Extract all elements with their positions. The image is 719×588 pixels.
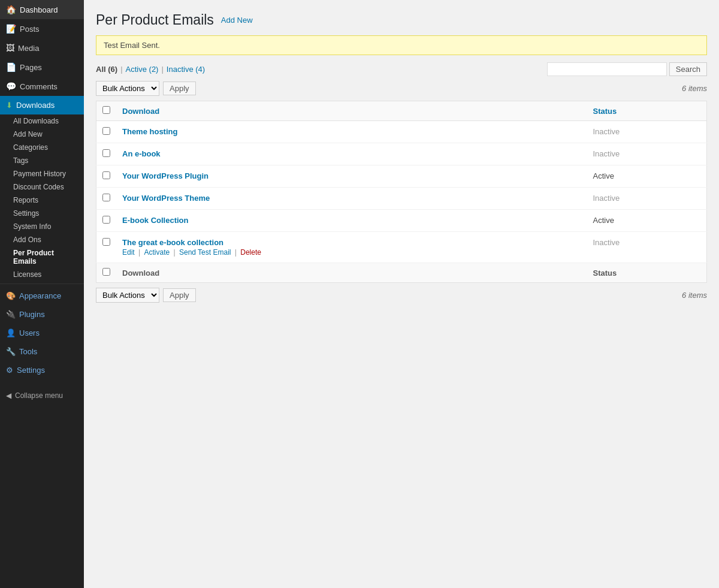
users-icon: 👤 <box>6 328 16 337</box>
status-badge: Inactive <box>593 194 620 203</box>
row-checkbox[interactable] <box>102 171 110 179</box>
media-icon: 🖼 <box>6 43 14 53</box>
page-header: Per Product Emails Add New <box>96 12 707 28</box>
sidebar-subitem-per-product-emails[interactable]: Per Product Emails <box>0 246 84 268</box>
row-action-sep: | <box>232 248 238 257</box>
page-title: Per Product Emails <box>96 12 214 28</box>
sidebar-item-downloads[interactable]: ⬇ Downloads <box>0 96 84 114</box>
col-header-checkbox <box>96 101 117 121</box>
posts-icon: 📝 <box>6 24 16 34</box>
sidebar-subitem-discount-codes[interactable]: Discount Codes <box>0 180 84 194</box>
bulk-actions-select-top[interactable]: Bulk Actions <box>96 81 159 96</box>
apply-button-top[interactable]: Apply <box>163 82 196 95</box>
row-checkbox[interactable] <box>102 127 110 135</box>
sidebar-item-plugins[interactable]: 🔌 Plugins <box>0 305 84 324</box>
items-count-bottom: 6 items <box>682 291 707 300</box>
top-actions-bar: Bulk Actions Apply 6 items <box>96 81 707 96</box>
apply-button-bottom[interactable]: Apply <box>163 288 196 302</box>
table-row: The great e-book collectionEdit | Activa… <box>96 232 707 263</box>
row-action-send-test-email[interactable]: Send Test Email <box>179 248 231 257</box>
downloads-table: Download Status Theme hostingInactiveAn … <box>96 101 707 283</box>
filter-active[interactable]: Active (2) <box>126 65 159 74</box>
row-action-activate[interactable]: Activate <box>144 248 170 257</box>
row-action-edit[interactable]: Edit <box>122 248 135 257</box>
sidebar-item-label: Pages <box>20 63 42 72</box>
row-action-sep: | <box>171 248 177 257</box>
sidebar-subitem-add-new[interactable]: Add New <box>0 128 84 141</box>
table-header-row: Download Status <box>96 101 707 121</box>
filter-bar: All (6) | Active (2) | Inactive (4) Sear… <box>96 62 707 76</box>
sidebar-subitem-payment-history[interactable]: Payment History <box>0 167 84 180</box>
table-row: An e-bookInactive <box>96 143 707 165</box>
pages-icon: 📄 <box>6 62 16 72</box>
sidebar-item-users[interactable]: 👤 Users <box>0 324 84 342</box>
downloads-icon: ⬇ <box>6 101 13 110</box>
sidebar-item-posts[interactable]: 📝 Posts <box>0 19 84 38</box>
sidebar-subitem-system-info[interactable]: System Info <box>0 220 84 233</box>
sidebar-item-label: Comments <box>20 82 58 91</box>
row-checkbox[interactable] <box>102 194 110 201</box>
sidebar-subitem-reports[interactable]: Reports <box>0 194 84 207</box>
sidebar-subitem-licenses[interactable]: Licenses <box>0 268 84 281</box>
download-link[interactable]: Your WordPress Theme <box>122 194 210 203</box>
sidebar-item-settings[interactable]: ⚙ Settings <box>0 361 84 379</box>
filter-all[interactable]: All (6) <box>96 65 117 74</box>
sidebar-subitem-add-ons[interactable]: Add Ons <box>0 233 84 246</box>
search-button[interactable]: Search <box>669 62 707 76</box>
sidebar-item-comments[interactable]: 💬 Comments <box>0 77 84 96</box>
sidebar-item-appearance[interactable]: 🎨 Appearance <box>0 287 84 305</box>
col-footer-checkbox <box>96 263 117 283</box>
notice-text: Test Email Sent. <box>104 41 160 50</box>
download-link[interactable]: Theme hosting <box>122 127 177 136</box>
search-input[interactable] <box>547 62 667 76</box>
sidebar-item-media[interactable]: 🖼 Media <box>0 38 84 58</box>
row-checkbox[interactable] <box>102 238 110 246</box>
filter-links: All (6) | Active (2) | Inactive (4) <box>96 65 205 74</box>
sidebar-item-dashboard[interactable]: 🏠 Dashboard <box>0 0 84 19</box>
table-row: Your WordPress ThemeInactive <box>96 188 707 210</box>
table-row: Your WordPress PluginActive <box>96 165 707 188</box>
row-checkbox[interactable] <box>102 149 110 157</box>
sidebar-item-label: Media <box>18 44 39 53</box>
dashboard-icon: 🏠 <box>6 5 16 14</box>
filter-sep-1: | <box>120 65 122 74</box>
plugins-icon: 🔌 <box>6 310 16 319</box>
sidebar-divider-1 <box>0 284 84 284</box>
sidebar-item-label: Tools <box>19 347 37 356</box>
row-action-sep: | <box>137 248 143 257</box>
download-link[interactable]: E-book Collection <box>122 216 189 225</box>
col-footer-status: Status <box>587 263 707 283</box>
sidebar-item-label: Settings <box>17 366 45 375</box>
main-content: Per Product Emails Add New Test Email Se… <box>84 0 719 588</box>
select-all-checkbox[interactable] <box>102 106 110 114</box>
col-status-link[interactable]: Status <box>593 107 617 116</box>
filter-inactive[interactable]: Inactive (4) <box>167 65 205 74</box>
status-badge: Active <box>593 171 614 180</box>
download-link[interactable]: An e-book <box>122 149 161 158</box>
bulk-actions-select-bottom[interactable]: Bulk Actions <box>96 288 159 303</box>
sidebar-item-label: Posts <box>20 25 40 34</box>
row-checkbox[interactable] <box>102 216 110 224</box>
select-all-checkbox-footer[interactable] <box>102 268 110 276</box>
add-new-link[interactable]: Add New <box>221 16 253 25</box>
sidebar-subitem-all-downloads[interactable]: All Downloads <box>0 114 84 128</box>
sidebar-item-pages[interactable]: 📄 Pages <box>0 58 84 77</box>
status-badge: Inactive <box>593 238 620 247</box>
search-box: Search <box>547 62 707 76</box>
collapse-label: Collapse menu <box>15 391 63 400</box>
row-action-delete[interactable]: Delete <box>240 248 261 257</box>
table-footer-row: Download Status <box>96 263 707 283</box>
download-link[interactable]: The great e-book collection <box>122 238 223 247</box>
actions-left-bottom: Bulk Actions Apply <box>96 288 196 303</box>
collapse-menu-button[interactable]: ◀ Collapse menu <box>0 385 84 406</box>
col-download-link[interactable]: Download <box>122 107 159 116</box>
sidebar-item-tools[interactable]: 🔧 Tools <box>0 342 84 361</box>
appearance-icon: 🎨 <box>6 291 16 300</box>
sidebar-subitem-categories[interactable]: Categories <box>0 141 84 154</box>
sidebar-subitem-settings[interactable]: Settings <box>0 207 84 220</box>
bottom-actions-bar: Bulk Actions Apply 6 items <box>96 288 707 303</box>
status-badge: Inactive <box>593 149 620 158</box>
download-link[interactable]: Your WordPress Plugin <box>122 171 209 180</box>
sidebar-subitem-tags[interactable]: Tags <box>0 154 84 167</box>
col-header-status: Status <box>587 101 707 121</box>
